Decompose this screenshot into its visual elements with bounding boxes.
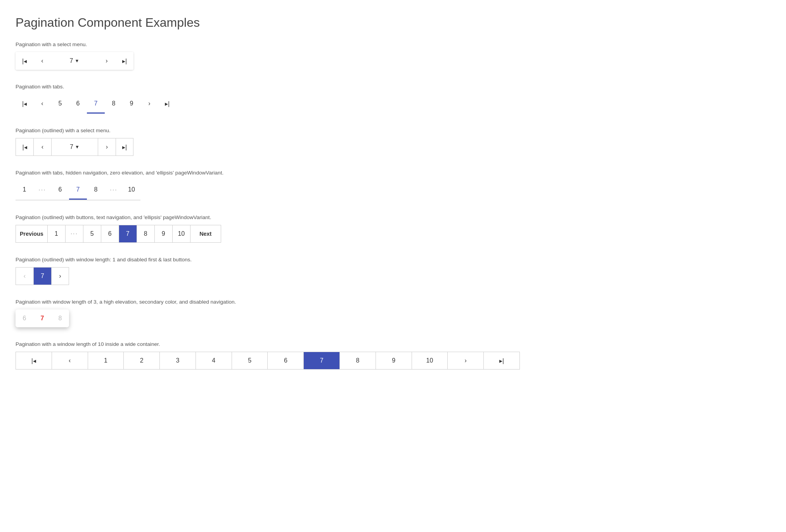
- next-button[interactable]: Next: [190, 225, 221, 243]
- section-label-4: Pagination with tabs, hidden navigation,…: [16, 170, 770, 176]
- page-btn-ob-1[interactable]: 1: [47, 225, 65, 243]
- page-btn-wide-2[interactable]: 2: [123, 352, 159, 370]
- section-wide-window10: Pagination with a window length of 10 in…: [16, 341, 770, 370]
- section-high-elevation: Pagination with window length of 3, a hi…: [16, 299, 770, 327]
- section-tabs: Pagination with tabs. |◂ ‹ 5 6 7 8 9 › ▸…: [16, 84, 770, 114]
- page-btn-he-7[interactable]: 7: [33, 309, 51, 327]
- page-btn-ob-6[interactable]: 6: [101, 225, 119, 243]
- prev-page-button-w1[interactable]: ‹: [16, 267, 33, 285]
- select-value: 7: [70, 57, 73, 64]
- page-btn-wide-10[interactable]: 10: [412, 352, 448, 370]
- page-btn-e-6[interactable]: 6: [51, 180, 69, 200]
- pagination-tabs: |◂ ‹ 5 6 7 8 9 › ▸|: [16, 94, 176, 114]
- page-btn-wide-1[interactable]: 1: [88, 352, 124, 370]
- section-tabs-ellipsis: Pagination with tabs, hidden navigation,…: [16, 170, 770, 200]
- page-btn-5[interactable]: 5: [51, 94, 69, 114]
- next-page-button-wide[interactable]: ›: [447, 352, 483, 370]
- page-btn-wide-4[interactable]: 4: [196, 352, 232, 370]
- page-btn-e-10[interactable]: 10: [123, 180, 140, 200]
- first-page-button-wide[interactable]: |◂: [16, 352, 52, 370]
- ellipsis-1: ···: [33, 180, 51, 200]
- page-btn-6[interactable]: 6: [69, 94, 87, 114]
- page-btn-e-1[interactable]: 1: [16, 180, 33, 200]
- next-page-button-tabs[interactable]: ›: [140, 94, 158, 114]
- section-outlined-window1: Pagination (outlined) with window length…: [16, 257, 770, 285]
- last-page-button-tabs[interactable]: ▸|: [158, 94, 176, 114]
- page-btn-ob-10[interactable]: 10: [172, 225, 190, 243]
- page-select-btn-outlined[interactable]: 7 ▼: [51, 138, 98, 156]
- page-btn-9[interactable]: 9: [123, 94, 140, 114]
- page-btn-wide-6[interactable]: 6: [267, 352, 303, 370]
- last-page-button-wide[interactable]: ▸|: [483, 352, 520, 370]
- first-page-button[interactable]: |◂: [16, 52, 33, 70]
- page-btn-ob-8[interactable]: 8: [137, 225, 154, 243]
- page-btn-8[interactable]: 8: [105, 94, 123, 114]
- ellipsis-ob-1: ···: [65, 225, 83, 243]
- section-label-5: Pagination (outlined) with buttons, text…: [16, 214, 770, 220]
- dropdown-icon-outlined: ▼: [75, 144, 80, 150]
- prev-page-button[interactable]: ‹: [33, 52, 51, 70]
- section-outlined-select: Pagination (outlined) with a select menu…: [16, 128, 770, 156]
- section-label-1: Pagination with a select menu.: [16, 41, 770, 47]
- page-btn-wide-9[interactable]: 9: [376, 352, 412, 370]
- next-icon: ›: [106, 57, 107, 64]
- page-btn-e-8[interactable]: 8: [87, 180, 105, 200]
- section-label-7: Pagination with window length of 3, a hi…: [16, 299, 770, 305]
- page-title: Pagination Component Examples: [16, 16, 770, 30]
- page-btn-he-6[interactable]: 6: [16, 309, 33, 327]
- page-btn-wide-5[interactable]: 5: [232, 352, 268, 370]
- previous-button[interactable]: Previous: [16, 225, 47, 243]
- section-label-6: Pagination (outlined) with window length…: [16, 257, 770, 263]
- prev-page-button-wide[interactable]: ‹: [52, 352, 88, 370]
- next-page-button-w1[interactable]: ›: [51, 267, 69, 285]
- last-icon: ▸|: [122, 57, 127, 65]
- pagination-outlined-select: |◂ ‹ 7 ▼ › ▸|: [16, 138, 133, 156]
- section-label-3: Pagination (outlined) with a select menu…: [16, 128, 770, 133]
- page-btn-ob-5[interactable]: 5: [83, 225, 101, 243]
- page-btn-e-7[interactable]: 7: [69, 180, 87, 200]
- dropdown-icon: ▼: [75, 58, 80, 64]
- next-page-button[interactable]: ›: [98, 52, 116, 70]
- pagination-wide: |◂ ‹ 1 2 3 4 5 6 7 8 9 10 › ▸|: [16, 352, 520, 370]
- section-select-menu: Pagination with a select menu. |◂ ‹ 7 ▼ …: [16, 41, 770, 70]
- first-page-button-tabs[interactable]: |◂: [16, 94, 33, 114]
- page-btn-ob-7[interactable]: 7: [119, 225, 137, 243]
- page-btn-wide-7[interactable]: 7: [303, 352, 339, 370]
- page-btn-wide-3[interactable]: 3: [159, 352, 196, 370]
- pagination-select-menu: |◂ ‹ 7 ▼ › ▸|: [16, 52, 133, 70]
- last-page-button-outlined[interactable]: ▸|: [116, 138, 133, 156]
- pagination-tabs-ellipsis: 1 ··· 6 7 8 ··· 10: [16, 180, 140, 200]
- page-btn-7[interactable]: 7: [87, 94, 105, 114]
- section-outlined-buttons-ellipsis: Pagination (outlined) with buttons, text…: [16, 214, 770, 243]
- first-page-button-outlined[interactable]: |◂: [16, 138, 33, 156]
- page-select-btn[interactable]: 7 ▼: [51, 52, 98, 70]
- page-btn-w1-7[interactable]: 7: [33, 267, 51, 285]
- prev-page-button-tabs[interactable]: ‹: [33, 94, 51, 114]
- prev-icon: ‹: [41, 57, 43, 64]
- pagination-high-elevation: 6 7 8: [16, 309, 69, 327]
- section-label-8: Pagination with a window length of 10 in…: [16, 341, 770, 347]
- select-value-outlined: 7: [70, 143, 73, 150]
- page-btn-ob-9[interactable]: 9: [154, 225, 172, 243]
- section-label-2: Pagination with tabs.: [16, 84, 770, 90]
- page-btn-he-8[interactable]: 8: [51, 309, 69, 327]
- ellipsis-2: ···: [105, 180, 123, 200]
- next-page-button-outlined[interactable]: ›: [98, 138, 116, 156]
- pagination-outlined-window1: ‹ 7 ›: [16, 267, 69, 285]
- last-page-button[interactable]: ▸|: [116, 52, 133, 70]
- page-btn-wide-8[interactable]: 8: [339, 352, 376, 370]
- pagination-outlined-buttons: Previous 1 ··· 5 6 7 8 9 10 Next: [16, 225, 221, 243]
- first-icon: |◂: [22, 57, 27, 65]
- prev-page-button-outlined[interactable]: ‹: [33, 138, 51, 156]
